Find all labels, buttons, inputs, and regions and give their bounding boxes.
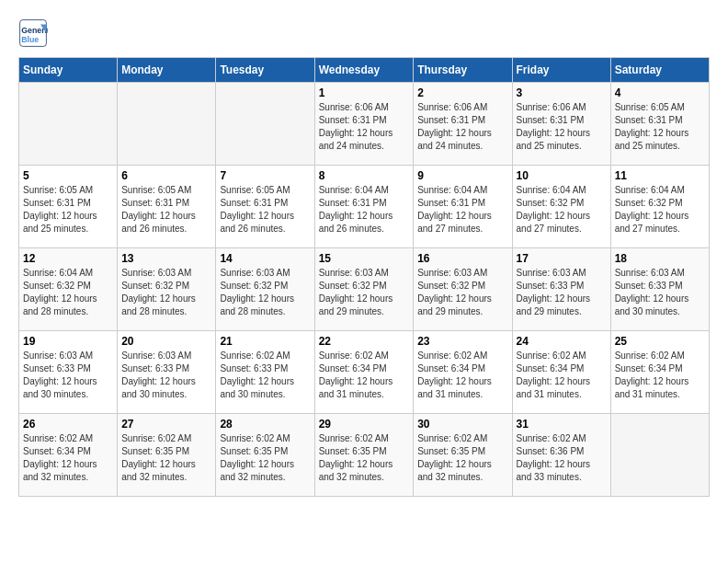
day-info: Sunrise: 6:02 AM Sunset: 6:35 PM Dayligh… xyxy=(121,432,211,484)
day-number: 3 xyxy=(517,86,607,99)
day-info: Sunrise: 6:04 AM Sunset: 6:32 PM Dayligh… xyxy=(615,184,705,236)
week-row-2: 5Sunrise: 6:05 AM Sunset: 6:31 PM Daylig… xyxy=(19,166,710,248)
calendar-cell xyxy=(19,83,118,166)
calendar-cell: 17Sunrise: 6:03 AM Sunset: 6:33 PM Dayli… xyxy=(512,248,610,331)
day-info: Sunrise: 6:03 AM Sunset: 6:33 PM Dayligh… xyxy=(121,350,211,401)
day-number: 6 xyxy=(121,169,211,182)
week-row-5: 26Sunrise: 6:02 AM Sunset: 6:34 PM Dayli… xyxy=(19,414,710,497)
calendar-cell: 13Sunrise: 6:03 AM Sunset: 6:32 PM Dayli… xyxy=(118,248,216,331)
day-info: Sunrise: 6:03 AM Sunset: 6:32 PM Dayligh… xyxy=(121,267,211,318)
day-info: Sunrise: 6:06 AM Sunset: 6:31 PM Dayligh… xyxy=(319,101,410,153)
day-number: 22 xyxy=(319,335,410,348)
calendar-cell xyxy=(118,83,216,166)
calendar-cell: 2Sunrise: 6:06 AM Sunset: 6:31 PM Daylig… xyxy=(414,83,512,166)
day-info: Sunrise: 6:06 AM Sunset: 6:31 PM Dayligh… xyxy=(417,101,507,153)
day-number: 10 xyxy=(517,169,607,182)
day-info: Sunrise: 6:05 AM Sunset: 6:31 PM Dayligh… xyxy=(23,184,113,236)
day-info: Sunrise: 6:02 AM Sunset: 6:36 PM Dayligh… xyxy=(517,432,607,484)
week-row-4: 19Sunrise: 6:03 AM Sunset: 6:33 PM Dayli… xyxy=(19,331,710,414)
calendar-cell: 27Sunrise: 6:02 AM Sunset: 6:35 PM Dayli… xyxy=(118,414,216,497)
day-number: 4 xyxy=(615,86,705,99)
day-number: 9 xyxy=(417,169,507,182)
calendar-cell: 6Sunrise: 6:05 AM Sunset: 6:31 PM Daylig… xyxy=(118,166,216,248)
calendar-cell: 5Sunrise: 6:05 AM Sunset: 6:31 PM Daylig… xyxy=(19,166,118,248)
day-info: Sunrise: 6:05 AM Sunset: 6:31 PM Dayligh… xyxy=(121,184,211,236)
day-number: 18 xyxy=(615,252,705,265)
day-header-saturday: Saturday xyxy=(610,58,709,83)
day-info: Sunrise: 6:03 AM Sunset: 6:33 PM Dayligh… xyxy=(517,267,607,318)
day-number: 19 xyxy=(23,335,113,348)
day-info: Sunrise: 6:03 AM Sunset: 6:32 PM Dayligh… xyxy=(417,267,507,318)
day-info: Sunrise: 6:02 AM Sunset: 6:34 PM Dayligh… xyxy=(319,350,410,401)
calendar-cell: 26Sunrise: 6:02 AM Sunset: 6:34 PM Dayli… xyxy=(19,414,118,497)
day-header-sunday: Sunday xyxy=(19,58,118,83)
calendar-cell: 12Sunrise: 6:04 AM Sunset: 6:32 PM Dayli… xyxy=(19,248,118,331)
day-number: 8 xyxy=(319,169,410,182)
day-header-friday: Friday xyxy=(512,58,610,83)
day-info: Sunrise: 6:02 AM Sunset: 6:35 PM Dayligh… xyxy=(417,432,507,484)
day-number: 24 xyxy=(517,335,607,348)
day-info: Sunrise: 6:02 AM Sunset: 6:35 PM Dayligh… xyxy=(319,432,410,484)
day-number: 11 xyxy=(615,169,705,182)
day-number: 27 xyxy=(121,418,211,431)
day-header-wednesday: Wednesday xyxy=(314,58,414,83)
day-info: Sunrise: 6:03 AM Sunset: 6:32 PM Dayligh… xyxy=(220,267,310,318)
day-number: 15 xyxy=(319,252,410,265)
day-number: 16 xyxy=(417,252,507,265)
calendar-table: SundayMondayTuesdayWednesdayThursdayFrid… xyxy=(18,57,710,497)
day-info: Sunrise: 6:06 AM Sunset: 6:31 PM Dayligh… xyxy=(517,101,607,153)
calendar-cell: 1Sunrise: 6:06 AM Sunset: 6:31 PM Daylig… xyxy=(314,83,414,166)
day-number: 1 xyxy=(319,86,410,99)
day-info: Sunrise: 6:04 AM Sunset: 6:32 PM Dayligh… xyxy=(517,184,607,236)
calendar-cell: 7Sunrise: 6:05 AM Sunset: 6:31 PM Daylig… xyxy=(216,166,314,248)
calendar-cell: 24Sunrise: 6:02 AM Sunset: 6:34 PM Dayli… xyxy=(512,331,610,414)
day-number: 5 xyxy=(23,169,113,182)
calendar-cell: 8Sunrise: 6:04 AM Sunset: 6:31 PM Daylig… xyxy=(314,166,414,248)
week-row-3: 12Sunrise: 6:04 AM Sunset: 6:32 PM Dayli… xyxy=(19,248,710,331)
day-info: Sunrise: 6:04 AM Sunset: 6:31 PM Dayligh… xyxy=(417,184,507,236)
day-number: 29 xyxy=(319,418,410,431)
day-number: 25 xyxy=(615,335,705,348)
calendar-cell: 9Sunrise: 6:04 AM Sunset: 6:31 PM Daylig… xyxy=(414,166,512,248)
calendar-cell: 20Sunrise: 6:03 AM Sunset: 6:33 PM Dayli… xyxy=(118,331,216,414)
day-number: 7 xyxy=(220,169,310,182)
calendar-cell: 29Sunrise: 6:02 AM Sunset: 6:35 PM Dayli… xyxy=(314,414,414,497)
day-number: 26 xyxy=(23,418,113,431)
day-number: 12 xyxy=(23,252,113,265)
calendar-cell: 16Sunrise: 6:03 AM Sunset: 6:32 PM Dayli… xyxy=(414,248,512,331)
day-info: Sunrise: 6:05 AM Sunset: 6:31 PM Dayligh… xyxy=(220,184,310,236)
day-number: 21 xyxy=(220,335,310,348)
day-header-tuesday: Tuesday xyxy=(216,58,314,83)
day-info: Sunrise: 6:04 AM Sunset: 6:32 PM Dayligh… xyxy=(23,267,113,318)
logo-icon: General Blue xyxy=(18,18,48,48)
svg-text:Blue: Blue xyxy=(21,35,39,44)
page-header: General Blue xyxy=(18,18,710,48)
calendar-cell: 28Sunrise: 6:02 AM Sunset: 6:35 PM Dayli… xyxy=(216,414,314,497)
day-number: 13 xyxy=(121,252,211,265)
day-header-thursday: Thursday xyxy=(414,58,512,83)
calendar-cell xyxy=(610,414,709,497)
day-number: 2 xyxy=(417,86,507,99)
calendar-cell: 18Sunrise: 6:03 AM Sunset: 6:33 PM Dayli… xyxy=(610,248,709,331)
day-number: 28 xyxy=(220,418,310,431)
calendar-cell: 25Sunrise: 6:02 AM Sunset: 6:34 PM Dayli… xyxy=(610,331,709,414)
calendar-cell: 23Sunrise: 6:02 AM Sunset: 6:34 PM Dayli… xyxy=(414,331,512,414)
calendar-cell: 4Sunrise: 6:05 AM Sunset: 6:31 PM Daylig… xyxy=(610,83,709,166)
day-number: 17 xyxy=(517,252,607,265)
day-info: Sunrise: 6:03 AM Sunset: 6:33 PM Dayligh… xyxy=(23,350,113,401)
day-number: 14 xyxy=(220,252,310,265)
day-info: Sunrise: 6:04 AM Sunset: 6:31 PM Dayligh… xyxy=(319,184,410,236)
calendar-cell: 3Sunrise: 6:06 AM Sunset: 6:31 PM Daylig… xyxy=(512,83,610,166)
calendar-cell: 21Sunrise: 6:02 AM Sunset: 6:33 PM Dayli… xyxy=(216,331,314,414)
day-info: Sunrise: 6:05 AM Sunset: 6:31 PM Dayligh… xyxy=(615,101,705,153)
day-info: Sunrise: 6:02 AM Sunset: 6:35 PM Dayligh… xyxy=(220,432,310,484)
day-info: Sunrise: 6:03 AM Sunset: 6:33 PM Dayligh… xyxy=(615,267,705,318)
day-info: Sunrise: 6:02 AM Sunset: 6:34 PM Dayligh… xyxy=(417,350,507,401)
calendar-cell: 11Sunrise: 6:04 AM Sunset: 6:32 PM Dayli… xyxy=(610,166,709,248)
day-header-monday: Monday xyxy=(118,58,216,83)
day-info: Sunrise: 6:02 AM Sunset: 6:34 PM Dayligh… xyxy=(23,432,113,484)
logo: General Blue xyxy=(18,18,51,48)
day-number: 31 xyxy=(517,418,607,431)
day-info: Sunrise: 6:02 AM Sunset: 6:33 PM Dayligh… xyxy=(220,350,310,401)
calendar-cell: 22Sunrise: 6:02 AM Sunset: 6:34 PM Dayli… xyxy=(314,331,414,414)
